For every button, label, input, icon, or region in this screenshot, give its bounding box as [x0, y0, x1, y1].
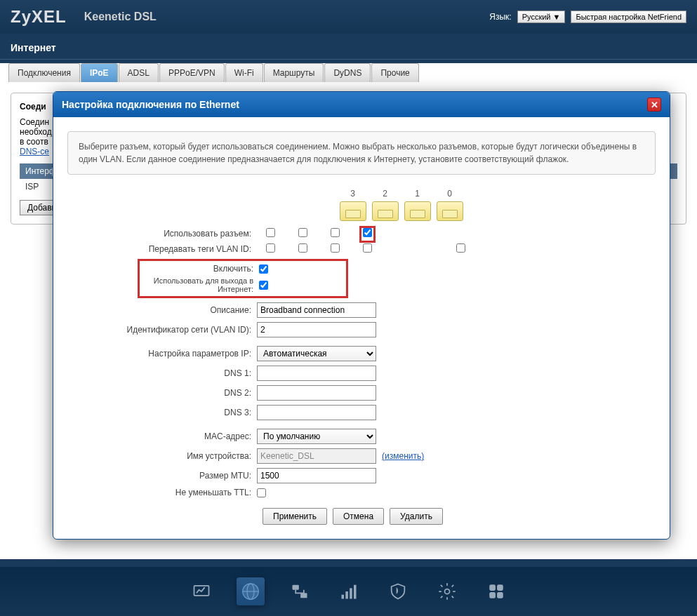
- quick-setup-button[interactable]: Быстрая настройка NetFriend: [571, 11, 686, 23]
- tab-adsl[interactable]: ADSL: [119, 63, 159, 82]
- info-text: Выберите разъем, который будет использов…: [67, 131, 656, 175]
- mac-select[interactable]: По умолчанию: [257, 429, 376, 444]
- apps-icon[interactable]: [482, 577, 510, 605]
- modal-dialog: Настройка подключения по Ethernet ✕ Выбе…: [53, 91, 670, 540]
- vlan-tag-extra-checkbox[interactable]: [456, 243, 465, 253]
- tab-wifi[interactable]: Wi-Fi: [225, 63, 263, 82]
- mtu-label: Размер MTU:: [67, 471, 257, 481]
- mtu-input[interactable]: [257, 468, 376, 483]
- tab-pppoe-vpn[interactable]: PPPoE/VPN: [159, 63, 225, 82]
- language-label: Язык:: [489, 12, 511, 22]
- cancel-button[interactable]: Отмена: [333, 508, 384, 525]
- signal-icon[interactable]: [335, 577, 363, 605]
- close-icon[interactable]: ✕: [647, 98, 661, 112]
- dns2-label: DNS 2:: [67, 388, 257, 398]
- ttl-checkbox[interactable]: [257, 488, 266, 497]
- modal-title: Настройка подключения по Ethernet: [62, 99, 239, 110]
- ethernet-port-icon: [340, 201, 366, 221]
- apply-button[interactable]: Применить: [263, 508, 327, 525]
- ip-config-label: Настройка параметров IP:: [67, 349, 257, 359]
- delete-button[interactable]: Удалить: [390, 508, 443, 525]
- device-name-input: [257, 448, 376, 464]
- vlan-tag-3-checkbox[interactable]: [266, 243, 275, 253]
- dns3-label: DNS 3:: [67, 408, 257, 417]
- description-label: Описание:: [67, 305, 257, 315]
- use-port-label: Использовать разъем:: [67, 229, 257, 239]
- dns1-label: DNS 1:: [67, 368, 257, 378]
- bottom-toolbar: [0, 567, 697, 616]
- shield-icon[interactable]: [384, 577, 412, 605]
- logo: ZyXEL: [11, 7, 67, 27]
- dns3-input[interactable]: [257, 405, 376, 420]
- app-header: ZyXEL Keenetic DSL Язык: Русский ▼ Быстр…: [0, 0, 697, 34]
- vlan-tag-0-checkbox[interactable]: [363, 243, 372, 253]
- svg-rect-10: [489, 584, 496, 591]
- vlan-tag-2-checkbox[interactable]: [298, 243, 307, 253]
- port-label: 0: [437, 189, 463, 199]
- svg-rect-3: [292, 585, 298, 590]
- enable-label: Включить:: [140, 264, 259, 274]
- ip-config-select[interactable]: Автоматическая: [257, 346, 376, 361]
- globe-icon[interactable]: [237, 577, 265, 605]
- vlan-id-label: Идентификатор сети (VLAN ID):: [67, 325, 257, 335]
- tab-other[interactable]: Прочие: [371, 63, 418, 82]
- change-link[interactable]: (изменить): [382, 451, 424, 461]
- svg-rect-12: [489, 592, 496, 598]
- svg-rect-8: [354, 585, 357, 599]
- port-label: 3: [340, 189, 366, 199]
- product-name: Keenetic DSL: [84, 11, 157, 23]
- mac-label: MAC-адрес:: [67, 431, 257, 441]
- modal-header: Настройка подключения по Ethernet ✕: [53, 92, 670, 117]
- svg-rect-6: [345, 591, 348, 599]
- section-title: Интернет: [0, 34, 697, 60]
- tab-bar: Подключения IPoE ADSL PPPoE/VPN Wi-Fi Ма…: [0, 63, 697, 82]
- svg-rect-7: [350, 588, 352, 598]
- device-name-label: Имя устройства:: [67, 451, 257, 461]
- svg-rect-13: [497, 592, 503, 598]
- ethernet-port-icon: [437, 201, 463, 221]
- network-icon[interactable]: [286, 577, 314, 605]
- tab-ipoe[interactable]: IPoE: [81, 63, 118, 82]
- ethernet-port-icon: [404, 201, 431, 221]
- svg-point-9: [444, 589, 449, 594]
- vlan-tag-1-checkbox[interactable]: [331, 243, 340, 253]
- ethernet-port-icon: [372, 201, 399, 221]
- use-internet-label: Использовать для выхода в Интернет:: [140, 276, 259, 293]
- svg-rect-4: [300, 593, 307, 598]
- monitor-icon[interactable]: [187, 577, 215, 605]
- use-port-2-checkbox[interactable]: [298, 228, 307, 237]
- tab-dydns[interactable]: DyDNS: [324, 63, 371, 82]
- dns1-input[interactable]: [257, 366, 376, 381]
- enable-checkbox[interactable]: [259, 265, 268, 274]
- tab-routes[interactable]: Маршруты: [264, 63, 324, 82]
- svg-rect-5: [341, 595, 344, 599]
- use-port-3-checkbox[interactable]: [266, 228, 275, 237]
- vlan-tag-label: Передавать теги VLAN ID:: [67, 244, 257, 254]
- tab-connections[interactable]: Подключения: [8, 63, 80, 82]
- dns2-input[interactable]: [257, 385, 376, 401]
- description-input[interactable]: [257, 302, 376, 318]
- use-port-0-checkbox[interactable]: [363, 228, 372, 237]
- port-label: 2: [372, 189, 399, 199]
- svg-rect-11: [497, 584, 503, 591]
- port-label: 1: [404, 189, 431, 199]
- gear-icon[interactable]: [433, 577, 461, 605]
- vlan-id-input[interactable]: [257, 322, 376, 337]
- ttl-label: Не уменьшать TTL:: [67, 488, 257, 497]
- use-port-1-checkbox[interactable]: [331, 228, 340, 237]
- language-select[interactable]: Русский ▼: [517, 11, 566, 23]
- use-internet-checkbox[interactable]: [259, 281, 268, 290]
